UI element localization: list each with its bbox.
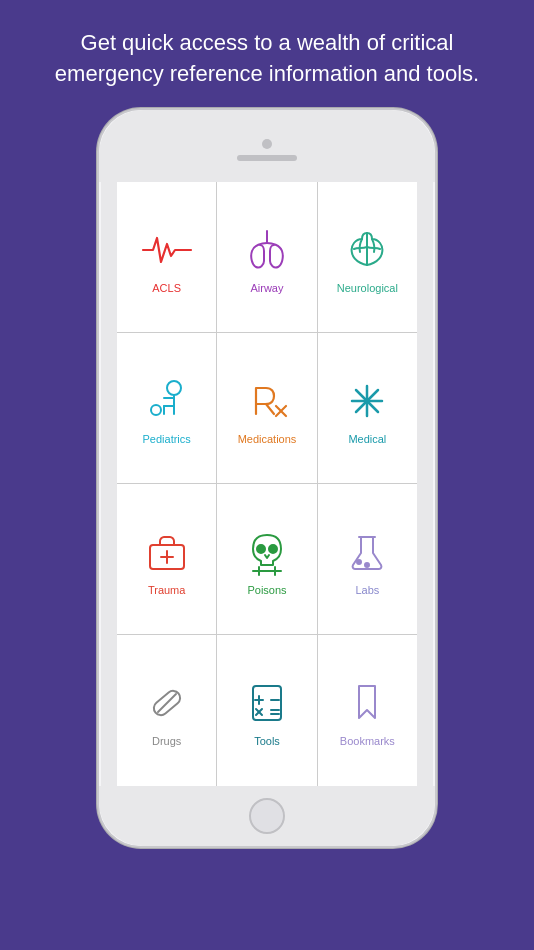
svg-line-21: [158, 694, 176, 712]
bookmarks-label: Bookmarks: [340, 735, 395, 747]
phone-frame: ACLS Airway: [97, 108, 437, 848]
asterisk-icon: [341, 375, 393, 427]
grid-item-tools[interactable]: Tools: [217, 635, 316, 785]
trauma-label: Trauma: [148, 584, 186, 596]
grid-item-trauma[interactable]: Trauma: [117, 484, 216, 634]
lungs-icon: [241, 224, 293, 276]
pill-icon: [141, 677, 193, 729]
poisons-label: Poisons: [247, 584, 286, 596]
grid-item-medications[interactable]: Medications: [217, 333, 316, 483]
skull-icon: [241, 526, 293, 578]
phone-bottom: [99, 786, 435, 846]
flask-icon: [341, 526, 393, 578]
speaker-bar: [237, 155, 297, 161]
svg-point-12: [257, 545, 265, 553]
grid-item-medical[interactable]: Medical: [318, 333, 417, 483]
tools-label: Tools: [254, 735, 280, 747]
grid-item-airway[interactable]: Airway: [217, 182, 316, 332]
heartbeat-icon: [141, 224, 193, 276]
svg-point-19: [365, 563, 369, 567]
app-grid: ACLS Airway: [117, 182, 417, 786]
rx-icon: [241, 375, 293, 427]
grid-item-drugs[interactable]: Drugs: [117, 635, 216, 785]
home-button[interactable]: [249, 798, 285, 834]
grid-item-bookmarks[interactable]: Bookmarks: [318, 635, 417, 785]
phone-top: [99, 110, 435, 182]
airway-label: Airway: [250, 282, 283, 294]
brain-icon: [341, 224, 393, 276]
svg-point-1: [167, 381, 181, 395]
phone-screen: ACLS Airway: [117, 182, 417, 786]
svg-point-18: [357, 560, 361, 564]
bookmark-icon: [341, 677, 393, 729]
medications-label: Medications: [238, 433, 297, 445]
medical-label: Medical: [348, 433, 386, 445]
grid-item-neurological[interactable]: Neurological: [318, 182, 417, 332]
svg-point-2: [151, 405, 161, 415]
drugs-label: Drugs: [152, 735, 181, 747]
neurological-label: Neurological: [337, 282, 398, 294]
svg-point-13: [269, 545, 277, 553]
grid-item-poisons[interactable]: Poisons: [217, 484, 316, 634]
grid-item-labs[interactable]: Labs: [318, 484, 417, 634]
medkit-icon: [141, 526, 193, 578]
grid-item-acls[interactable]: ACLS: [117, 182, 216, 332]
calculator-icon: [241, 677, 293, 729]
labs-label: Labs: [355, 584, 379, 596]
child-icon: [141, 375, 193, 427]
pediatrics-label: Pediatrics: [143, 433, 191, 445]
camera-dot: [262, 139, 272, 149]
acls-label: ACLS: [152, 282, 181, 294]
grid-item-pediatrics[interactable]: Pediatrics: [117, 333, 216, 483]
header-text: Get quick access to a wealth of critical…: [0, 0, 534, 108]
